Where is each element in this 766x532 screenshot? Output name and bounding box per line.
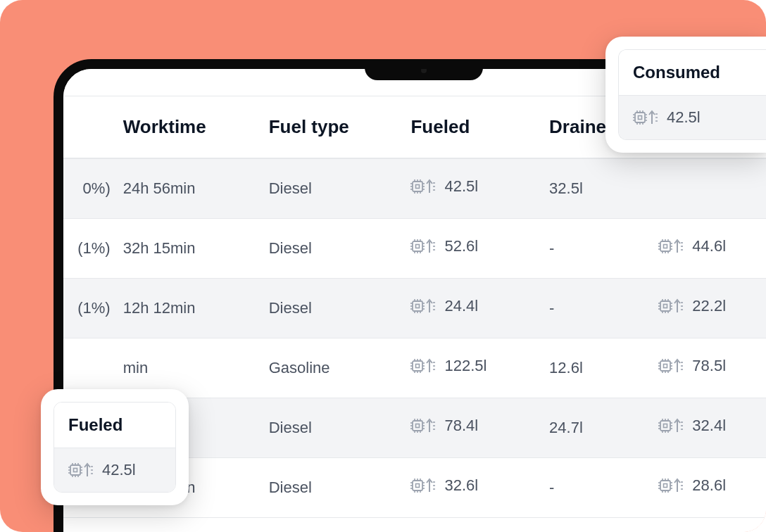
sensor-chip-icon [68,461,95,479]
cell-consumed: 78.5l [646,338,766,398]
cell-worktime: 32h 15min [111,219,256,279]
svg-rect-18 [413,241,422,251]
consumed-value: 22.2l [692,297,726,315]
cell-fueled: 52.6l [398,219,536,279]
cell-drained: - [536,458,646,518]
sensor-chip-icon [410,476,437,495]
callout-card-consumed: Consumed 42.5l [605,37,766,153]
cell-worktime: 12h 12min [111,279,256,338]
cell-drained: - [536,279,646,338]
cell-pct-fragment: 0%) [63,158,111,219]
sensor-chip-icon [410,417,437,435]
sensor-chip-icon [658,476,685,495]
sensor-chip-icon [658,417,685,435]
cell-fueled: 42.5l [398,158,536,219]
cell-pct-fragment: (1%) [63,279,111,338]
table-row[interactable]: (1%)32h 15minDiesel52.6l-44.6l [63,219,766,279]
table-row[interactable]: 0%)24h 56minDiesel42.5l32.5l [63,158,766,219]
cell-drained: 12.6l [536,338,646,398]
cell-consumed: 28.6l [646,458,766,518]
svg-rect-180 [660,481,670,490]
svg-rect-36 [660,241,670,251]
cell-consumed [646,158,766,219]
cell-drained: 32.5l [536,158,646,219]
svg-rect-91 [416,365,420,368]
consumed-value: 78.5l [692,357,726,375]
cell-fueled: 24.4l [398,279,536,338]
sensor-chip-icon [410,177,437,196]
svg-rect-1 [416,185,420,189]
consumed-value: 32.4l [692,417,726,435]
svg-rect-144 [660,421,670,431]
header-worktime[interactable]: Worktime [111,96,256,158]
svg-rect-73 [664,305,667,308]
cell-pct-fragment: (1%) [63,219,111,279]
svg-rect-127 [416,424,420,428]
fueled-value: 52.6l [444,237,478,255]
svg-rect-163 [416,484,420,488]
cell-fueltype: Diesel [256,219,398,279]
callout-value: 42.5l [102,461,136,479]
cell-consumed: 32.4l [646,398,766,458]
fueled-value: 24.4l [444,297,478,315]
cell-fueled: 122.5l [398,338,536,398]
svg-rect-181 [664,484,667,488]
cell-fueled: 78.4l [398,398,536,458]
svg-rect-199 [639,116,642,120]
header-fueled[interactable]: Fueled [398,96,536,158]
sensor-chip-icon [410,357,437,375]
svg-rect-108 [660,361,670,371]
callout-title: Consumed [619,50,766,96]
callout-value: 42.5l [667,108,701,127]
fueled-value: 32.6l [444,476,478,495]
svg-rect-37 [664,245,667,248]
table-row[interactable]: (1%)12h 12minDiesel24.4l-22.2l [63,279,766,338]
cell-fueltype: Diesel [256,158,398,219]
promo-background: Worktime Fuel type Fueled Draine 0%)24h … [0,0,766,532]
sensor-chip-icon [658,357,685,375]
svg-rect-55 [416,305,420,308]
svg-rect-126 [413,421,422,431]
svg-rect-54 [413,301,422,311]
consumed-value: 28.6l [692,476,726,495]
fueled-value: 78.4l [444,417,478,435]
sensor-chip-icon [633,108,660,127]
cell-consumed: 44.6l [646,219,766,279]
fueled-value: 122.5l [444,357,486,375]
device-notch [365,59,483,80]
fueled-value: 42.5l [444,177,478,196]
cell-consumed: 22.2l [646,279,766,338]
svg-rect-109 [664,365,667,368]
svg-rect-19 [416,245,420,248]
svg-rect-72 [660,301,670,311]
header-fueltype[interactable]: Fuel type [256,96,398,158]
svg-rect-198 [635,113,645,122]
svg-rect-216 [70,465,80,475]
cell-fueltype: Gasoline [256,338,398,398]
svg-rect-145 [664,424,667,428]
sensor-chip-icon [658,237,685,255]
sensor-chip-icon [410,237,437,255]
callout-title: Fueled [54,403,175,448]
svg-rect-162 [413,481,422,490]
cell-fueltype: Diesel [256,279,398,338]
consumed-value: 44.6l [692,237,726,255]
svg-rect-90 [413,361,422,371]
cell-drained: - [536,219,646,279]
svg-rect-0 [413,182,422,191]
cell-fueltype: Diesel [256,458,398,518]
cell-fueltype: Diesel [256,398,398,458]
sensor-chip-icon [658,297,685,315]
callout-card-fueled: Fueled 42.5l [41,389,189,505]
cell-fueled: 32.6l [398,458,536,518]
svg-rect-217 [74,469,77,472]
cell-worktime: 24h 56min [111,158,256,219]
sensor-chip-icon [410,297,437,315]
cell-drained: 24.7l [536,398,646,458]
